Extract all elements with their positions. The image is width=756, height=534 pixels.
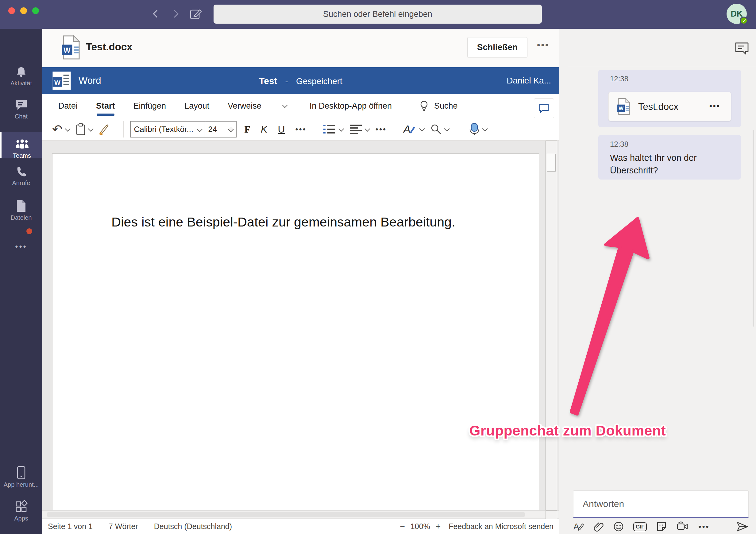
sidebar-item-teams[interactable]: Teams xyxy=(0,132,42,158)
message-timestamp: 12:38 xyxy=(610,140,628,149)
horizontal-scrollbar[interactable] xyxy=(42,510,559,519)
more-font-options-icon[interactable]: ••• xyxy=(295,125,307,134)
sticker-icon xyxy=(656,521,667,532)
clipboard-icon xyxy=(76,123,86,135)
find-button[interactable] xyxy=(430,124,449,135)
sidebar-item-calls[interactable]: Anrufe xyxy=(0,165,42,186)
attachment-card[interactable]: W Test.docx ••• xyxy=(608,92,731,121)
font-chevron-icon xyxy=(197,126,202,132)
more-paragraph-options-icon[interactable]: ••• xyxy=(376,125,387,134)
dictate-icon xyxy=(469,123,480,136)
document-more-icon[interactable]: ••• xyxy=(537,40,550,50)
ribbon-tab-bar: Datei Start Einfügen Layout Verweise In … xyxy=(42,94,559,118)
titlebar: DK xyxy=(0,0,756,29)
vertical-scrollbar[interactable] xyxy=(546,141,557,510)
tab-layout[interactable]: Layout xyxy=(184,101,209,111)
emoji-button[interactable] xyxy=(613,521,624,532)
bullet-list-button[interactable] xyxy=(323,124,343,135)
attach-button[interactable] xyxy=(593,521,604,532)
undo-chevron-icon[interactable] xyxy=(65,126,70,131)
italic-button[interactable]: K xyxy=(261,124,267,135)
tab-start[interactable]: Start xyxy=(96,101,115,111)
sticker-button[interactable] xyxy=(656,521,667,532)
window-minimize-button[interactable] xyxy=(20,7,27,14)
composer-more-icon[interactable]: ••• xyxy=(698,522,709,532)
find-chevron-icon[interactable] xyxy=(444,126,449,131)
message-timestamp: 12:38 xyxy=(610,74,628,83)
sidebar-item-activity[interactable]: Aktivität xyxy=(0,66,42,87)
svg-text:A: A xyxy=(403,123,411,135)
search-magnifier-icon xyxy=(430,124,442,135)
sidebar-item-download-app[interactable]: App herunt... xyxy=(0,466,42,488)
open-in-desktop-button[interactable]: In Desktop-App öffnen xyxy=(310,101,392,111)
format-button[interactable]: A xyxy=(573,521,584,532)
sidebar-item-files[interactable]: Dateien xyxy=(0,200,42,221)
tab-einfuegen[interactable]: Einfügen xyxy=(133,101,166,111)
bullet-chevron-icon[interactable] xyxy=(338,126,344,131)
more-icon: ••• xyxy=(15,242,27,251)
paste-chevron-icon[interactable] xyxy=(88,126,93,131)
styles-button[interactable]: A xyxy=(403,123,424,136)
composer-toolbar: A GIF xyxy=(573,519,749,534)
align-button[interactable] xyxy=(349,124,369,135)
chat-scrollbar[interactable] xyxy=(753,130,754,326)
font-size-select[interactable]: 24 xyxy=(205,121,236,137)
send-button[interactable] xyxy=(736,521,749,532)
send-icon xyxy=(736,521,749,532)
zoom-out-button[interactable]: − xyxy=(400,521,405,531)
forward-icon[interactable] xyxy=(171,10,178,17)
ribbon-search-button[interactable]: Suche xyxy=(434,101,458,111)
underline-button[interactable]: U xyxy=(278,124,285,135)
font-name-select[interactable]: Calibri (Textkör... xyxy=(130,121,205,137)
styles-chevron-icon[interactable] xyxy=(419,126,425,131)
status-right: − 100% + Feedback an Microsoft senden xyxy=(400,521,554,531)
formatting-toolbar: ↶ Calibri (Textkör... 24 F K U ••• xyxy=(42,118,559,141)
undo-button[interactable]: ↶ xyxy=(52,123,70,135)
document-name: Test xyxy=(259,76,277,86)
vertical-scrollbar-thumb[interactable] xyxy=(547,154,556,172)
tab-datei[interactable]: Datei xyxy=(58,101,78,111)
dictate-button[interactable] xyxy=(469,123,487,136)
attachment-name: Test.docx xyxy=(638,101,678,112)
file-icon xyxy=(15,200,27,212)
sidebar-item-more[interactable]: ••• xyxy=(0,242,42,251)
avatar[interactable]: DK xyxy=(727,4,747,24)
horizontal-scrollbar-thumb[interactable] xyxy=(47,512,525,517)
page-count[interactable]: Seite 1 von 1 xyxy=(48,522,93,531)
gif-button[interactable]: GIF xyxy=(633,522,647,531)
document-body-text[interactable]: Dies ist eine Beispiel-Datei zur gemeins… xyxy=(111,209,483,235)
teams-icon xyxy=(14,139,30,150)
status-bar: Seite 1 von 17 WörterDeutsch (Deutschlan… xyxy=(42,519,559,534)
video-camera-icon xyxy=(676,521,689,532)
new-chat-icon[interactable] xyxy=(190,8,202,20)
tab-verweise[interactable]: Verweise xyxy=(228,101,261,111)
dictate-chevron-icon[interactable] xyxy=(482,126,488,131)
back-icon[interactable] xyxy=(153,10,160,17)
chat-panel: 12:38 W Test.docx ••• 12:38 Was haltet I… xyxy=(559,29,756,534)
toolbar-divider xyxy=(396,121,396,137)
comments-button[interactable] xyxy=(534,98,554,119)
word-count[interactable]: 7 Wörter xyxy=(109,522,138,531)
feedback-link[interactable]: Feedback an Microsoft senden xyxy=(448,522,554,531)
document-page[interactable]: Dies ist eine Beispiel-Datei zur gemeins… xyxy=(52,154,539,510)
window-close-button[interactable] xyxy=(8,7,15,14)
open-conversation-icon[interactable] xyxy=(734,41,750,56)
language[interactable]: Deutsch (Deutschland) xyxy=(154,522,232,531)
zoom-level[interactable]: 100% xyxy=(411,522,430,531)
document-header: W Test.docx Schließen ••• xyxy=(42,29,559,67)
close-document-button[interactable]: Schließen xyxy=(467,37,527,57)
sidebar-item-chat[interactable]: Chat xyxy=(0,99,42,120)
align-icon xyxy=(349,124,362,135)
paste-button[interactable] xyxy=(76,123,93,135)
meet-button[interactable] xyxy=(676,521,689,532)
format-painter-button[interactable] xyxy=(99,123,110,135)
align-chevron-icon[interactable] xyxy=(364,126,370,131)
reply-input[interactable] xyxy=(573,491,749,518)
attachment-more-icon[interactable]: ••• xyxy=(709,101,720,111)
bold-button[interactable]: F xyxy=(245,124,251,135)
more-tabs-chevron-icon[interactable] xyxy=(282,102,287,108)
search-input[interactable] xyxy=(214,5,542,24)
sidebar-item-apps[interactable]: Apps xyxy=(0,500,42,522)
window-zoom-button[interactable] xyxy=(32,7,39,14)
zoom-in-button[interactable]: + xyxy=(436,521,441,531)
